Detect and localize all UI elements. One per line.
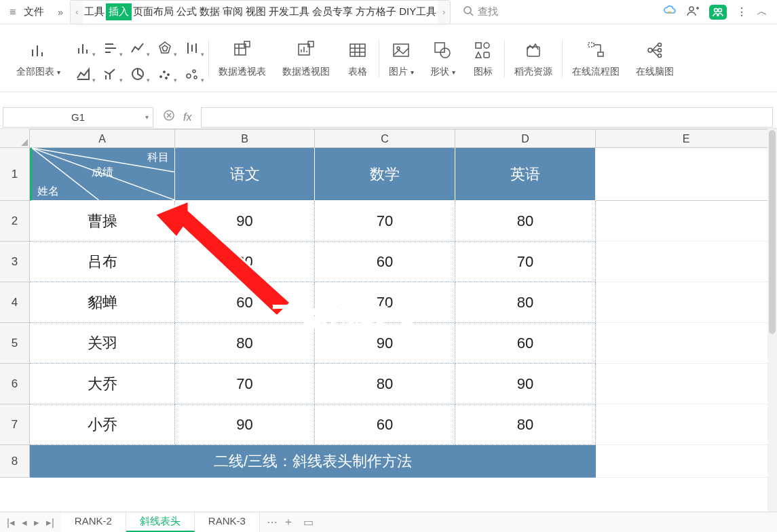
- cell-b2[interactable]: 90: [175, 201, 315, 242]
- tab-review[interactable]: 审阅: [221, 3, 244, 20]
- col-header-b[interactable]: B: [175, 129, 315, 147]
- col-header-c[interactable]: C: [315, 129, 455, 147]
- col-header-d[interactable]: D: [455, 129, 596, 147]
- search-box[interactable]: 查找: [463, 5, 498, 18]
- area-chart-icon[interactable]: ▾: [73, 60, 94, 82]
- tab-diy[interactable]: DIY工具: [398, 3, 438, 20]
- cell-e7[interactable]: [596, 404, 777, 445]
- cell-c3[interactable]: 60: [315, 242, 455, 282]
- row-header-8[interactable]: 8: [0, 445, 30, 478]
- row-header-5[interactable]: 5: [0, 323, 30, 364]
- cell-d2[interactable]: 80: [455, 201, 596, 242]
- cancel-formula-icon[interactable]: [163, 109, 176, 126]
- select-all-corner[interactable]: [0, 129, 30, 147]
- tab-page-layout[interactable]: 页面布局: [132, 3, 175, 20]
- sheet-nav-first[interactable]: |◂: [7, 516, 15, 529]
- tab-data[interactable]: 数据: [198, 3, 221, 20]
- cell-a4[interactable]: 貂蝉: [30, 282, 175, 323]
- radar-chart-icon[interactable]: ▾: [154, 35, 176, 56]
- more-indicator[interactable]: »: [51, 7, 70, 18]
- tab-insert[interactable]: 插入: [106, 3, 132, 20]
- more-options-icon[interactable]: ⋮: [736, 5, 747, 18]
- all-charts-button[interactable]: 全部图表 ▾: [8, 28, 69, 89]
- mindmap-button[interactable]: 在线脑图: [628, 28, 682, 89]
- tab-ffgz[interactable]: 方方格子: [354, 3, 398, 20]
- cell-c5[interactable]: 90: [315, 323, 455, 364]
- line-chart-icon[interactable]: ▾: [127, 35, 149, 56]
- tab-tools[interactable]: 工具: [83, 3, 106, 20]
- tab-dev[interactable]: 开发工具: [267, 3, 311, 20]
- fx-label[interactable]: fx: [183, 111, 191, 124]
- header-yuwen[interactable]: 语文: [175, 148, 315, 201]
- combo-chart-icon[interactable]: ▾: [100, 60, 121, 82]
- header-yingyu[interactable]: 英语: [455, 148, 596, 201]
- row-header-1[interactable]: 1: [0, 148, 30, 201]
- vertical-scrollbar[interactable]: [767, 129, 777, 512]
- flowchart-button[interactable]: 在线流程图: [564, 28, 628, 89]
- cloud-sync-icon[interactable]: [663, 5, 677, 20]
- user-avatar-icon[interactable]: [709, 5, 727, 20]
- sheet-tab-rank3[interactable]: RANK-3: [195, 512, 260, 532]
- sheet-list-icon[interactable]: ▭: [303, 516, 314, 529]
- pie-chart-icon[interactable]: ▾: [127, 60, 149, 82]
- sheet-tab-rank2[interactable]: RANK-2: [61, 512, 126, 532]
- add-user-icon[interactable]: [686, 5, 700, 20]
- cell-b5[interactable]: 80: [175, 323, 315, 364]
- row-header-3[interactable]: 3: [0, 242, 30, 282]
- bar-chart-icon[interactable]: ▾: [73, 35, 94, 56]
- cell-e6[interactable]: [596, 364, 777, 404]
- cell-c4[interactable]: 70: [315, 282, 455, 323]
- cell-c7[interactable]: 60: [315, 404, 455, 445]
- cell-a7[interactable]: 小乔: [30, 404, 175, 445]
- picture-button[interactable]: 图片 ▾: [381, 28, 422, 89]
- tab-prev[interactable]: ‹: [71, 1, 83, 24]
- sheet-nav-next[interactable]: ▸: [34, 516, 39, 529]
- tab-formula[interactable]: 公式: [175, 3, 198, 20]
- sheet-scroll-icon[interactable]: ⋯: [267, 516, 278, 529]
- cell-c6[interactable]: 80: [315, 364, 455, 404]
- cell-b4[interactable]: 60: [175, 282, 315, 323]
- bubble-chart-icon[interactable]: ▾: [181, 60, 203, 82]
- header-shuxue[interactable]: 数学: [315, 148, 455, 201]
- collapse-ribbon-icon[interactable]: ︿: [757, 5, 767, 19]
- row-header-6[interactable]: 6: [0, 364, 30, 404]
- pivot-chart-button[interactable]: 数据透视图: [274, 28, 338, 89]
- formula-input[interactable]: [201, 107, 773, 128]
- col-header-e[interactable]: E: [596, 129, 777, 147]
- sheet-nav-prev[interactable]: ◂: [22, 516, 27, 529]
- cell-d4[interactable]: 80: [455, 282, 596, 323]
- tab-view[interactable]: 视图: [244, 3, 267, 20]
- stock-chart-icon[interactable]: ▾: [181, 35, 203, 56]
- footer-merged-cell[interactable]: 二线/三线：斜线表头制作方法: [30, 445, 596, 478]
- sheet-tab-diagonal[interactable]: 斜线表头: [126, 512, 195, 532]
- shape-button[interactable]: 形状 ▾: [422, 28, 463, 89]
- cell-d6[interactable]: 90: [455, 364, 596, 404]
- row-header-4[interactable]: 4: [0, 282, 30, 323]
- cell-a2[interactable]: 曹操: [30, 201, 175, 242]
- row-header-7[interactable]: 7: [0, 404, 30, 445]
- cell-d5[interactable]: 60: [455, 323, 596, 364]
- cell-d3[interactable]: 70: [455, 242, 596, 282]
- cell-e3[interactable]: [596, 242, 777, 282]
- name-box[interactable]: G1 ▾: [3, 107, 153, 128]
- cell-e1[interactable]: [596, 148, 777, 201]
- tab-next[interactable]: ›: [438, 1, 450, 24]
- menu-icon[interactable]: ≡: [0, 6, 21, 18]
- cell-d7[interactable]: 80: [455, 404, 596, 445]
- cell-a3[interactable]: 吕布: [30, 242, 175, 282]
- col-header-a[interactable]: A: [30, 129, 175, 147]
- cell-c2[interactable]: 70: [315, 201, 455, 242]
- cell-e2[interactable]: [596, 201, 777, 242]
- scatter-chart-icon[interactable]: ▾: [154, 60, 176, 82]
- diagonal-header-cell[interactable]: 科目 成绩 姓名: [30, 148, 175, 201]
- tab-vip[interactable]: 会员专享: [311, 3, 354, 20]
- add-sheet-button[interactable]: ＋: [283, 515, 294, 529]
- cell-b7[interactable]: 90: [175, 404, 315, 445]
- row-header-2[interactable]: 2: [0, 201, 30, 242]
- sheet-nav-last[interactable]: ▸|: [46, 516, 54, 529]
- table-button[interactable]: 表格: [338, 28, 377, 89]
- cell-e4[interactable]: [596, 282, 777, 323]
- docer-button[interactable]: 稻壳资源: [506, 28, 561, 89]
- hbar-chart-icon[interactable]: ▾: [100, 35, 121, 56]
- cell-a6[interactable]: 大乔: [30, 364, 175, 404]
